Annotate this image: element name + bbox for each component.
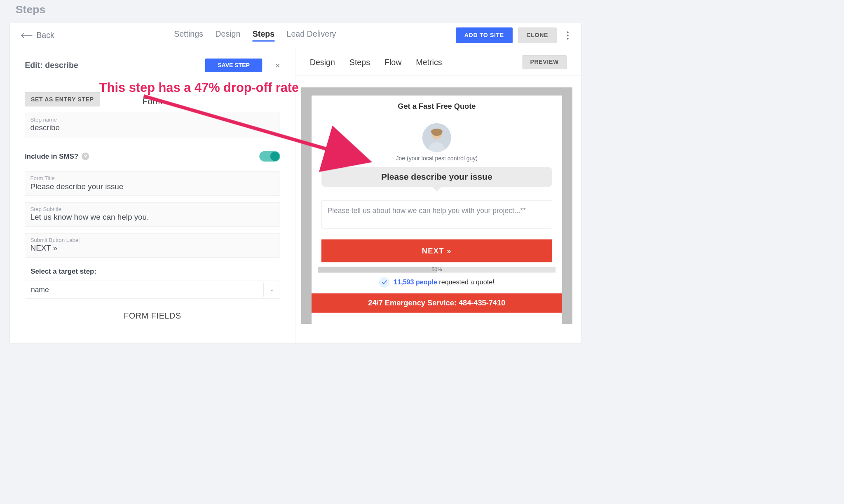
check-icon	[379, 277, 389, 288]
close-icon[interactable]: ×	[275, 61, 280, 70]
progress-bar: 50%	[318, 267, 556, 272]
preview-stage: Get a Fast Free Quote Joe (your local pe…	[301, 87, 572, 324]
prompt-bubble: Please describe your issue	[321, 167, 552, 187]
add-to-site-button[interactable]: ADD TO SITE	[456, 28, 513, 44]
preview-tab-metrics[interactable]: Metrics	[416, 58, 442, 67]
overflow-menu-icon[interactable]	[565, 30, 571, 41]
submit-label-field[interactable]: Submit Button Label NEXT »	[25, 233, 280, 258]
edit-pane: Edit: describe SAVE STEP × SET AS ENTRY …	[10, 48, 295, 343]
help-icon[interactable]: ?	[82, 152, 89, 160]
tab-lead-delivery[interactable]: Lead Delivery	[287, 29, 336, 41]
target-step-select[interactable]: name ⌄	[25, 281, 280, 298]
preview-button[interactable]: PREVIEW	[523, 55, 567, 69]
step-subtitle-field[interactable]: Step Subtitle Let us know how we can hel…	[25, 202, 280, 227]
target-step-label: Select a target step:	[30, 267, 280, 276]
step-name-value: describe	[30, 124, 275, 133]
form-fields-heading: FORM FIELDS	[25, 311, 280, 320]
main-panel: Back Settings Design Steps Lead Delivery…	[10, 23, 581, 343]
preview-widget: Get a Fast Free Quote Joe (your local pe…	[312, 96, 562, 324]
include-sms-row: Include in SMS? ?	[25, 151, 280, 162]
tab-design[interactable]: Design	[215, 29, 240, 41]
back-label: Back	[36, 31, 54, 40]
target-step-value: name	[31, 286, 49, 294]
topbar: Back Settings Design Steps Lead Delivery…	[10, 23, 581, 48]
preview-tab-flow[interactable]: Flow	[384, 58, 401, 67]
include-sms-label: Include in SMS?	[25, 152, 78, 161]
edit-title: Edit: describe	[25, 61, 78, 70]
form-title-label: Form Title	[30, 175, 275, 181]
social-count: 11,593 people	[394, 278, 437, 286]
clone-button[interactable]: CLONE	[518, 28, 557, 44]
progress-label: 50%	[431, 267, 442, 273]
tab-settings[interactable]: Settings	[174, 29, 203, 41]
issue-textarea[interactable]: Please tell us about how we can help you…	[321, 200, 552, 228]
preview-tab-design[interactable]: Design	[310, 58, 335, 67]
include-sms-toggle[interactable]	[259, 151, 280, 162]
form-title-value: Please describe your issue	[30, 182, 275, 191]
next-button[interactable]: NEXT »	[321, 239, 552, 262]
edit-header: Edit: describe SAVE STEP ×	[25, 59, 280, 72]
chevron-down-icon: ⌄	[270, 286, 274, 293]
set-entry-step-button[interactable]: SET AS ENTRY STEP	[25, 92, 100, 106]
content: Edit: describe SAVE STEP × SET AS ENTRY …	[10, 48, 581, 343]
back-button[interactable]: Back	[20, 31, 54, 40]
social-proof: 11,593 people requested a quote!	[312, 277, 562, 288]
emergency-bar: 24/7 Emergency Service: 484-435-7410	[312, 293, 562, 313]
page-title: Steps	[0, 0, 591, 23]
preview-pane: Design Steps Flow Metrics PREVIEW Get a …	[295, 48, 581, 343]
submit-label-value: NEXT »	[30, 244, 275, 253]
preview-tab-steps[interactable]: Steps	[349, 58, 370, 67]
topnav: Settings Design Steps Lead Delivery	[174, 29, 336, 41]
widget-title: Get a Fast Free Quote	[321, 96, 552, 116]
step-name-field[interactable]: Step name describe	[25, 113, 280, 138]
tab-steps[interactable]: Steps	[253, 29, 274, 41]
step-subtitle-label: Step Subtitle	[30, 206, 275, 212]
avatar-caption: Joe (your local pest control guy)	[312, 155, 562, 162]
form-title-field[interactable]: Form Title Please describe your issue	[25, 171, 280, 196]
submit-label-label: Submit Button Label	[30, 237, 275, 243]
step-subtitle-value: Let us know how we can help you.	[30, 213, 275, 222]
social-rest: requested a quote!	[437, 278, 495, 286]
avatar	[422, 123, 451, 152]
step-name-label: Step name	[30, 117, 275, 123]
preview-nav: Design Steps Flow Metrics PREVIEW	[295, 48, 581, 76]
progress-fill	[318, 267, 436, 272]
arrow-left-icon	[20, 33, 32, 38]
save-step-button[interactable]: SAVE STEP	[205, 59, 262, 72]
